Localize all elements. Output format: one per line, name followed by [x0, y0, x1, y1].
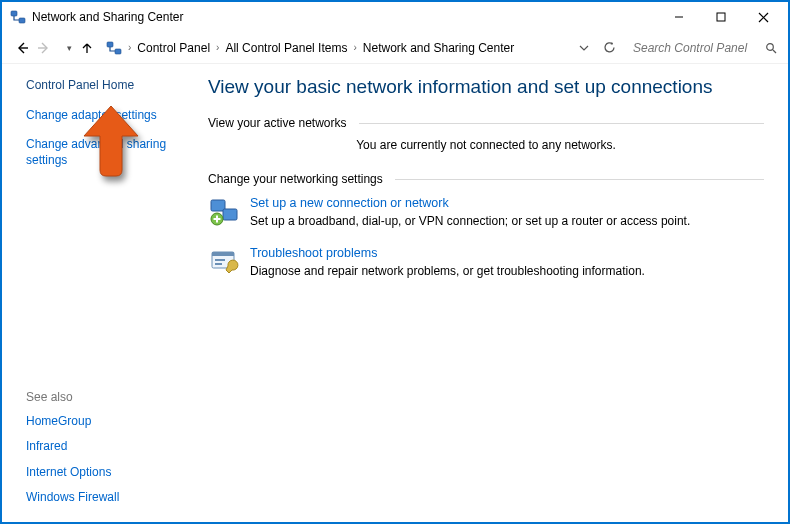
address-dropdown-button[interactable]	[573, 43, 595, 53]
control-panel-home-link[interactable]: Control Panel Home	[26, 78, 176, 94]
svg-rect-3	[717, 13, 725, 21]
divider	[395, 179, 764, 180]
search-icon[interactable]	[765, 42, 777, 54]
recent-locations-button[interactable]: ▾	[58, 43, 80, 53]
up-button[interactable]	[80, 41, 102, 55]
see-also-internet-options[interactable]: Internet Options	[26, 465, 176, 481]
action-link[interactable]: Troubleshoot problems	[250, 246, 645, 260]
minimize-button[interactable]	[658, 3, 700, 31]
svg-rect-18	[212, 252, 234, 256]
nav-bar: ▾ › Control Panel › All Control Panel It…	[2, 32, 788, 64]
action-desc: Diagnose and repair network problems, or…	[250, 264, 645, 278]
divider	[359, 123, 764, 124]
svg-rect-0	[11, 11, 17, 16]
new-connection-icon	[208, 196, 240, 228]
breadcrumb-item[interactable]: All Control Panel Items	[225, 41, 347, 55]
close-button[interactable]	[742, 3, 784, 31]
maximize-button[interactable]	[700, 3, 742, 31]
see-also-homegroup[interactable]: HomeGroup	[26, 414, 176, 430]
svg-rect-19	[215, 259, 225, 261]
active-networks-status: You are currently not connected to any n…	[208, 138, 764, 152]
see-also-infrared[interactable]: Infrared	[26, 439, 176, 455]
change-settings-label: Change your networking settings	[208, 172, 383, 186]
search-box[interactable]	[624, 37, 784, 59]
svg-line-11	[773, 50, 776, 53]
svg-rect-20	[215, 263, 222, 265]
page-title: View your basic network information and …	[208, 76, 764, 98]
see-also-windows-firewall[interactable]: Windows Firewall	[26, 490, 176, 506]
action-link[interactable]: Set up a new connection or network	[250, 196, 690, 210]
action-troubleshoot[interactable]: Troubleshoot problems Diagnose and repai…	[208, 246, 764, 278]
action-desc: Set up a broadband, dial-up, or VPN conn…	[250, 214, 690, 228]
breadcrumb-item[interactable]: Network and Sharing Center	[363, 41, 514, 55]
search-input[interactable]	[631, 40, 761, 56]
refresh-button[interactable]	[595, 41, 624, 54]
forward-button[interactable]	[36, 40, 58, 56]
address-bar[interactable]: › Control Panel › All Control Panel Item…	[102, 40, 514, 56]
breadcrumb-item[interactable]: Control Panel	[137, 41, 210, 55]
chevron-right-icon: ›	[353, 42, 356, 53]
svg-point-10	[767, 43, 774, 50]
action-new-connection[interactable]: Set up a new connection or network Set u…	[208, 196, 764, 228]
window-title: Network and Sharing Center	[32, 10, 183, 24]
annotation-arrow-icon	[80, 106, 142, 178]
chevron-right-icon: ›	[128, 42, 131, 53]
svg-rect-8	[107, 42, 113, 47]
svg-rect-13	[223, 209, 237, 220]
svg-rect-9	[115, 49, 121, 54]
back-button[interactable]	[14, 40, 36, 56]
troubleshoot-icon	[208, 246, 240, 278]
svg-rect-1	[19, 18, 25, 23]
network-sharing-icon	[106, 40, 122, 56]
chevron-right-icon: ›	[216, 42, 219, 53]
title-bar: Network and Sharing Center	[2, 2, 788, 32]
network-sharing-icon	[10, 9, 26, 25]
see-also-heading: See also	[26, 390, 176, 404]
main-panel: View your basic network information and …	[192, 64, 788, 522]
active-networks-label: View your active networks	[208, 116, 347, 130]
